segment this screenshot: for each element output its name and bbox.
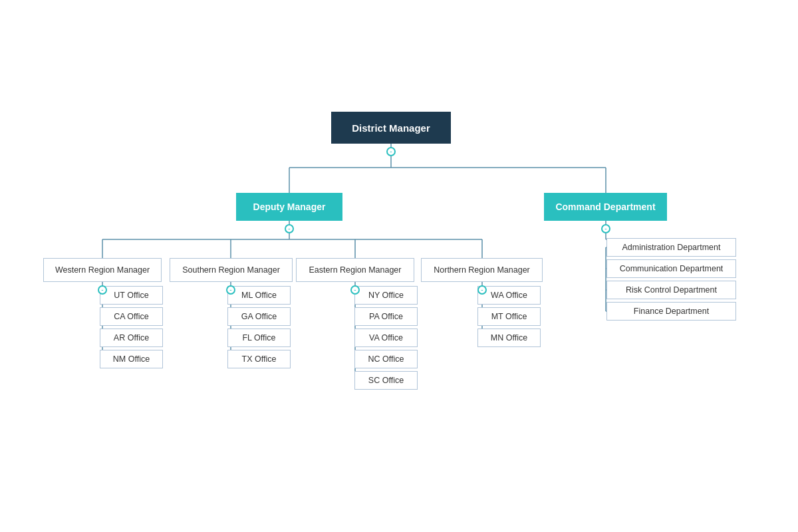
tx-office-node[interactable]: TX Office xyxy=(227,350,291,368)
eastern-region-collapse[interactable] xyxy=(350,285,360,295)
western-region-node[interactable]: Western Region Manager xyxy=(43,258,162,282)
northern-region-collapse[interactable] xyxy=(477,285,487,295)
deputy-manager-node[interactable]: Deputy Manager xyxy=(236,193,342,221)
admin-dept-label: Administration Department xyxy=(622,243,721,252)
comm-dept-label: Communication Department xyxy=(620,264,724,273)
southern-region-collapse[interactable] xyxy=(226,285,235,295)
ar-office-node[interactable]: AR Office xyxy=(100,329,163,347)
district-manager-label: District Manager xyxy=(352,122,430,134)
ar-office-label: AR Office xyxy=(114,333,149,342)
admin-dept-node[interactable]: Administration Department xyxy=(606,238,736,257)
finance-dept-label: Finance Department xyxy=(634,307,709,316)
northern-region-label: Northern Region Manager xyxy=(434,265,530,275)
command-department-label: Command Department xyxy=(555,201,655,212)
fl-office-label: FL Office xyxy=(242,333,275,342)
tx-office-label: TX Office xyxy=(242,354,277,364)
va-office-node[interactable]: VA Office xyxy=(354,329,418,347)
mn-office-node[interactable]: MN Office xyxy=(477,329,541,347)
command-department-node[interactable]: Command Department xyxy=(544,193,667,221)
western-region-collapse[interactable] xyxy=(98,285,107,295)
risk-dept-node[interactable]: Risk Control Department xyxy=(606,281,736,299)
ut-office-label: UT Office xyxy=(114,291,148,300)
wa-office-node[interactable]: WA Office xyxy=(477,286,541,305)
district-manager-collapse[interactable] xyxy=(386,147,396,156)
southern-region-node[interactable]: Southern Region Manager xyxy=(170,258,293,282)
ny-office-node[interactable]: NY Office xyxy=(354,286,418,305)
ml-office-node[interactable]: ML Office xyxy=(227,286,291,305)
comm-dept-node[interactable]: Communication Department xyxy=(606,259,736,278)
finance-dept-node[interactable]: Finance Department xyxy=(606,302,736,321)
fl-office-node[interactable]: FL Office xyxy=(227,329,291,347)
ut-office-node[interactable]: UT Office xyxy=(100,286,163,305)
va-office-label: VA Office xyxy=(369,333,403,342)
wa-office-label: WA Office xyxy=(491,291,527,300)
eastern-region-node[interactable]: Eastern Region Manager xyxy=(296,258,414,282)
deputy-manager-label: Deputy Manager xyxy=(253,201,326,212)
deputy-manager-collapse[interactable] xyxy=(285,224,294,233)
nc-office-node[interactable]: NC Office xyxy=(354,350,418,368)
mn-office-label: MN Office xyxy=(491,333,527,342)
western-region-label: Western Region Manager xyxy=(55,265,150,275)
southern-region-label: Southern Region Manager xyxy=(182,265,280,275)
ca-office-label: CA Office xyxy=(114,312,149,321)
mt-office-label: MT Office xyxy=(491,312,527,321)
mt-office-node[interactable]: MT Office xyxy=(477,307,541,326)
nm-office-node[interactable]: NM Office xyxy=(100,350,163,368)
risk-dept-label: Risk Control Department xyxy=(626,285,717,295)
eastern-region-label: Eastern Region Manager xyxy=(309,265,402,275)
northern-region-node[interactable]: Northern Region Manager xyxy=(421,258,543,282)
district-manager-node[interactable]: District Manager xyxy=(331,112,451,144)
ml-office-label: ML Office xyxy=(241,291,277,300)
pa-office-label: PA Office xyxy=(369,312,403,321)
sc-office-label: SC Office xyxy=(368,376,404,385)
sc-office-node[interactable]: SC Office xyxy=(354,371,418,390)
command-department-collapse[interactable] xyxy=(601,224,610,233)
pa-office-node[interactable]: PA Office xyxy=(354,307,418,326)
ga-office-label: GA Office xyxy=(241,312,277,321)
nm-office-label: NM Office xyxy=(113,354,150,364)
ga-office-node[interactable]: GA Office xyxy=(227,307,291,326)
ny-office-label: NY Office xyxy=(368,291,404,300)
org-chart: District Manager Deputy Manager Command … xyxy=(0,0,798,532)
ca-office-node[interactable]: CA Office xyxy=(100,307,163,326)
nc-office-label: NC Office xyxy=(368,354,404,364)
